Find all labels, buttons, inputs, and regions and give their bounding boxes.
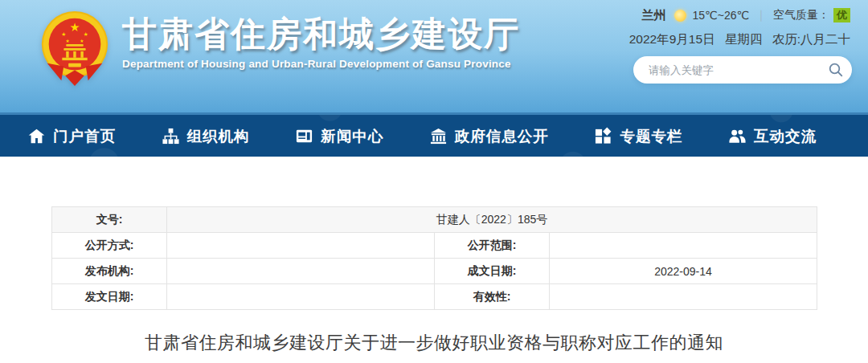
search-icon bbox=[828, 62, 844, 78]
site-header: ★ ★ ★ ★ ★ 甘肃省住房和城乡建设厅 Department of Hous… bbox=[0, 0, 868, 112]
site-title: 甘肃省住房和城乡建设厅 bbox=[122, 13, 520, 56]
written-date-value: 2022-09-14 bbox=[550, 259, 817, 284]
grid-icon bbox=[594, 127, 612, 145]
doc-number-value: 甘建人〔2022〕185号 bbox=[167, 207, 817, 233]
nav-item-organization[interactable]: 组织机构 bbox=[162, 126, 250, 146]
table-row: 发布机构: 成文日期: 2022-09-14 bbox=[52, 259, 817, 284]
nav-item-label: 门户首页 bbox=[53, 126, 116, 146]
weather-divider: ｜ bbox=[755, 8, 767, 22]
nav-item-label: 专题专栏 bbox=[620, 126, 682, 146]
weather-city: 兰州 bbox=[642, 8, 666, 23]
article-page: 文号: 甘建人〔2022〕185号 公开方式: 公开范围: 发布机构: 成文日期… bbox=[0, 206, 868, 357]
weather-bar: 兰州 15℃~26℃ ｜ 空气质量： 优 bbox=[629, 6, 850, 25]
people-icon bbox=[728, 127, 747, 145]
nav-item-news[interactable]: 新闻中心 bbox=[295, 126, 383, 146]
search-button[interactable] bbox=[825, 56, 852, 84]
svg-text:★: ★ bbox=[80, 39, 84, 43]
air-quality-badge: 优 bbox=[833, 8, 850, 22]
date-line: 2022年9月15日 星期四 农历:八月二十 bbox=[629, 31, 850, 48]
publisher-label: 发布机构: bbox=[52, 259, 167, 284]
nav-item-special-topics[interactable]: 专题专栏 bbox=[594, 126, 682, 146]
gov-building-icon bbox=[429, 127, 448, 145]
open-method-label: 公开方式: bbox=[52, 233, 167, 259]
site-subtitle: Department of Housing and Urban-Rural De… bbox=[122, 58, 520, 70]
nav-item-label: 组织机构 bbox=[187, 126, 250, 146]
open-scope-label: 公开范围: bbox=[435, 233, 550, 259]
search-input[interactable] bbox=[649, 64, 825, 76]
svg-text:★: ★ bbox=[84, 31, 88, 37]
svg-text:★: ★ bbox=[66, 39, 70, 43]
air-quality-label: 空气质量： bbox=[773, 8, 829, 22]
nav-item-interaction[interactable]: 互动交流 bbox=[728, 126, 817, 146]
publisher-value bbox=[167, 259, 435, 284]
open-scope-value bbox=[550, 233, 817, 259]
nav-item-gov-info[interactable]: 政府信息公开 bbox=[429, 126, 549, 146]
news-icon bbox=[295, 127, 313, 145]
national-emblem-icon: ★ ★ ★ ★ ★ bbox=[39, 10, 111, 88]
weather-temperature: 15℃~26℃ bbox=[693, 9, 750, 22]
table-row: 公开方式: 公开范围: bbox=[52, 233, 817, 259]
main-nav: 门户首页 组织机构 新闻中心 政府信息公开 bbox=[0, 112, 868, 157]
sun-icon bbox=[674, 10, 686, 22]
nav-item-label: 政府信息公开 bbox=[455, 126, 549, 146]
nav-item-label: 新闻中心 bbox=[321, 126, 383, 146]
validity-value bbox=[550, 284, 817, 310]
table-row: 发文日期: 有效性: bbox=[52, 284, 817, 310]
doc-number-label: 文号: bbox=[52, 207, 167, 233]
table-row: 文号: 甘建人〔2022〕185号 bbox=[52, 207, 817, 233]
search-box bbox=[633, 56, 852, 84]
article-title: 甘肃省住房和城乡建设厅关于进一步做好职业资格与职称对应工作的通知 bbox=[51, 329, 817, 357]
nav-item-home[interactable]: 门户首页 bbox=[27, 126, 116, 146]
validity-label: 有效性: bbox=[435, 284, 550, 310]
svg-text:★: ★ bbox=[61, 31, 66, 37]
home-icon bbox=[27, 127, 46, 145]
site-logo-link[interactable]: ★ ★ ★ ★ ★ 甘肃省住房和城乡建设厅 Department of Hous… bbox=[39, 6, 520, 88]
issue-date-value bbox=[167, 284, 435, 310]
nav-item-label: 互动交流 bbox=[754, 126, 817, 146]
doc-meta-table: 文号: 甘建人〔2022〕185号 公开方式: 公开范围: 发布机构: 成文日期… bbox=[51, 206, 817, 310]
svg-text:★: ★ bbox=[69, 21, 80, 34]
written-date-label: 成文日期: bbox=[435, 259, 550, 284]
open-method-value bbox=[167, 233, 435, 259]
issue-date-label: 发文日期: bbox=[52, 284, 167, 310]
org-chart-icon bbox=[162, 127, 180, 145]
